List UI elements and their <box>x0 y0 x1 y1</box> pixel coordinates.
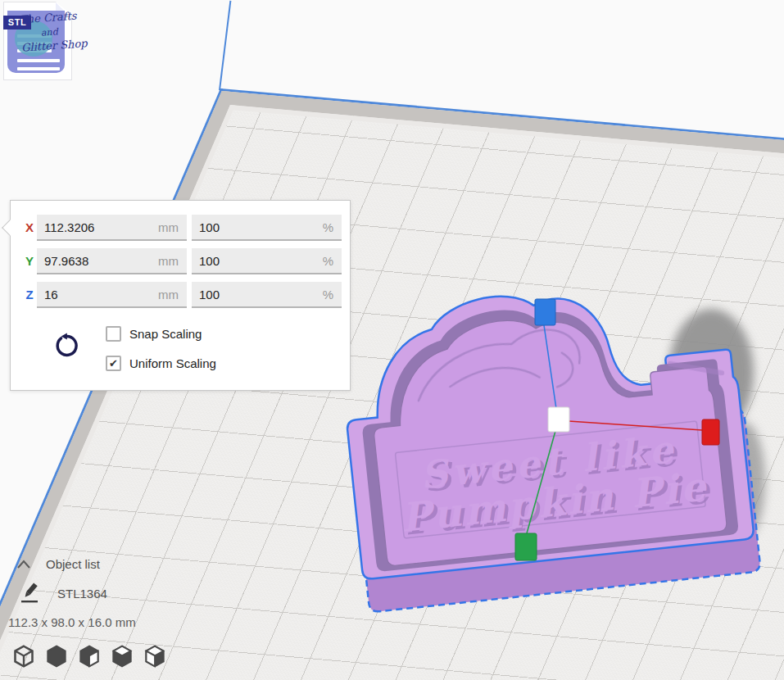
view-3d-button[interactable] <box>11 644 36 670</box>
build-volume-corner-line <box>219 1 231 90</box>
scale-handle-z[interactable] <box>535 299 555 325</box>
reset-icon <box>53 333 79 359</box>
model-canvas: Sweet like Sweet like Pumpkin Pie Pumpki… <box>328 266 784 604</box>
view-right-button[interactable] <box>143 644 167 670</box>
scale-handle-center[interactable] <box>548 407 569 432</box>
cube-top-face-icon <box>111 644 134 669</box>
logo-script-line2: and <box>41 26 59 38</box>
snap-scaling-label: Snap Scaling <box>129 327 202 341</box>
x-size-field: mm <box>37 215 187 241</box>
cube-wireframe-icon <box>12 644 35 669</box>
uniform-scaling-label: Uniform Scaling <box>129 356 216 370</box>
view-left-button[interactable] <box>110 644 134 670</box>
x-percent-input[interactable] <box>192 215 342 241</box>
checkmark-icon: ✔ <box>109 357 118 369</box>
y-percent-input[interactable] <box>192 248 342 274</box>
cube-front-face-icon <box>78 644 101 669</box>
z-percent-field: % <box>192 282 342 308</box>
x-percent-field: % <box>192 215 342 241</box>
y-size-input[interactable] <box>37 248 187 274</box>
stl-file-logo: STL The Crafts and Glitter Shop <box>3 2 72 80</box>
doc-line <box>17 59 60 62</box>
z-size-input[interactable] <box>37 282 187 308</box>
chevron-up-icon <box>16 560 31 569</box>
scale-handle-y[interactable] <box>515 533 537 560</box>
z-size-field: mm <box>37 282 187 308</box>
y-percent-field: % <box>192 248 342 274</box>
axis-label-x: X <box>22 215 37 241</box>
uniform-scaling-checkbox[interactable]: ✔ <box>106 356 121 371</box>
scale-tool-panel: X mm % Y mm % Z mm % <box>10 200 351 391</box>
axis-label-y: Y <box>22 248 37 274</box>
y-size-field: mm <box>37 248 187 274</box>
snap-scaling-checkbox[interactable] <box>106 326 121 342</box>
object-list-item[interactable]: STL1364 <box>20 582 107 605</box>
pencil-icon <box>20 582 41 605</box>
object-list-toggle[interactable]: Object list <box>16 557 100 571</box>
x-size-input[interactable] <box>37 215 187 241</box>
axis-label-z: Z <box>22 282 37 308</box>
cube-solid-icon <box>45 644 68 669</box>
object-item-name: STL1364 <box>57 587 107 601</box>
view-front-button[interactable] <box>44 644 69 670</box>
view-top-button[interactable] <box>77 644 102 670</box>
camera-view-toolbar <box>11 644 167 670</box>
cube-top-left-faces-icon <box>143 644 166 669</box>
z-percent-input[interactable] <box>192 282 342 308</box>
build-plate-edge-band-top <box>216 91 784 193</box>
reset-scale-button[interactable] <box>52 332 81 361</box>
doc-line <box>17 67 60 70</box>
object-list-label: Object list <box>46 557 100 571</box>
model-dimensions-label: 112.3 x 98.0 x 16.0 mm <box>8 615 136 629</box>
model-sweet-like-pumpkin-pie[interactable]: Sweet like Sweet like Pumpkin Pie Pumpki… <box>328 266 784 604</box>
scale-handle-x[interactable] <box>702 419 719 445</box>
